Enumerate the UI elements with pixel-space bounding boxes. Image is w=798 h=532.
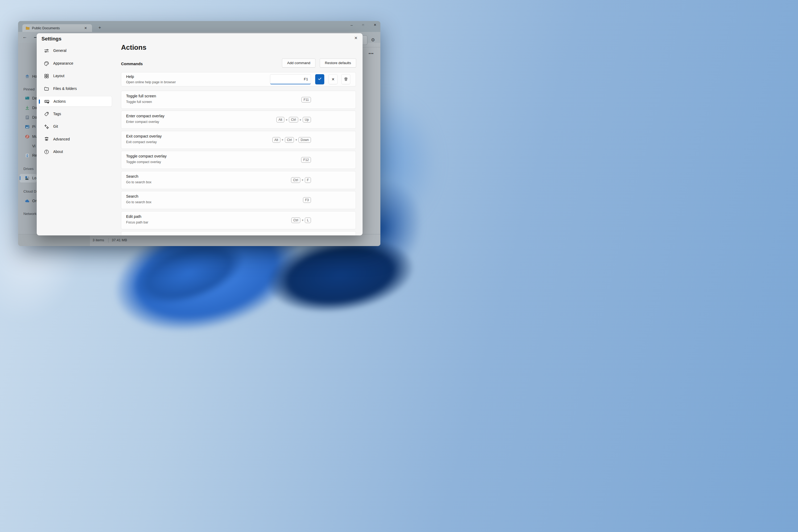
selected-indicator <box>39 99 40 104</box>
plus-separator: + <box>282 138 284 142</box>
settings-nav-layout[interactable]: Layout <box>39 71 112 81</box>
status-bar-panel <box>90 234 380 246</box>
settings-nav-label: General <box>53 49 66 53</box>
local-disk-icon <box>25 176 30 180</box>
downloads-icon <box>25 106 30 110</box>
status-bar: 3 items 37.41 MB <box>18 234 380 246</box>
plus-separator: + <box>302 218 304 222</box>
back-arrow-icon[interactable]: ← <box>22 34 27 40</box>
command-row[interactable]: Toggle full screenToggle full screenF11 <box>121 91 356 109</box>
ellipsis-icon[interactable]: ••• <box>369 51 374 55</box>
cancel-button[interactable]: ✕ <box>328 74 338 84</box>
key-chip: Alt <box>277 117 284 122</box>
sidebar-label: Network <box>23 212 37 216</box>
tab-public-documents[interactable]: Public Documents ✕ <box>22 24 92 32</box>
command-row[interactable]: Exit compact overlayExit compact overlay… <box>121 131 356 149</box>
sidebar-label: Do <box>32 106 37 110</box>
tab-close-icon[interactable]: ✕ <box>83 25 88 31</box>
key-chip: L <box>305 217 311 223</box>
settings-nav-actions[interactable]: Actions <box>39 96 112 107</box>
settings-nav-advanced[interactable]: Advanced <box>39 134 112 145</box>
delete-button[interactable] <box>341 74 350 84</box>
command-title: Enter compact overlay <box>126 114 165 118</box>
command-row[interactable]: SearchGo to search boxF3 <box>121 191 356 209</box>
search-box-edge[interactable] <box>363 35 367 45</box>
sidebar-label: Cloud Dr <box>23 189 37 193</box>
sidebar-item[interactable]: Ho <box>18 73 37 81</box>
command-row[interactable]: Enter compact overlayEnter compact overl… <box>121 111 356 129</box>
key-chip: F11 <box>301 97 311 102</box>
settings-nav-appearance[interactable]: Appearance <box>39 58 112 69</box>
close-icon: ✕ <box>331 77 335 81</box>
command-row[interactable]: SearchGo to search boxCtrl+F <box>121 171 356 189</box>
plus-separator: + <box>302 178 304 182</box>
files-sidebar: HoPinnedDeDoDoPiMuViReDrivesLoCloud DrOn… <box>18 65 37 222</box>
check-icon <box>318 77 322 82</box>
videos-icon <box>25 144 30 148</box>
key-chip: Ctrl <box>291 217 301 223</box>
maximize-button[interactable]: □ <box>359 22 367 28</box>
section-title: Commands <box>121 61 143 66</box>
desktop-icon <box>25 96 30 100</box>
sidebar-section-label: Drives <box>18 165 37 173</box>
key-chip: F3 <box>303 197 311 203</box>
onedrive-icon <box>25 199 30 203</box>
gear-icon[interactable]: ⚙ <box>370 37 376 43</box>
dialog-close-icon[interactable]: ✕ <box>352 35 360 41</box>
documents-icon <box>25 115 30 120</box>
sidebar-item[interactable]: De <box>18 94 37 102</box>
sidebar-item[interactable]: Vi <box>18 142 37 150</box>
sidebar-label: Lo <box>32 176 36 180</box>
command-row-partial <box>121 231 356 235</box>
settings-nav-git[interactable]: Git <box>39 121 112 132</box>
key-chip: Alt <box>272 137 280 142</box>
command-title: Search <box>126 194 138 198</box>
sidebar-item[interactable]: On <box>18 197 37 205</box>
command-description: Open online help page in browser <box>126 80 176 84</box>
home-icon <box>25 74 30 79</box>
settings-nav-general[interactable]: General <box>39 45 112 56</box>
hearts-icon <box>44 137 49 142</box>
new-tab-button[interactable]: + <box>97 25 103 31</box>
command-row[interactable]: Toggle compact overlayToggle compact ove… <box>121 151 356 169</box>
settings-nav-tags[interactable]: Tags <box>39 109 112 119</box>
command-description: Focus path bar <box>126 221 148 224</box>
key-chip: Up <box>303 117 311 122</box>
sidebar-label: Re <box>32 153 37 157</box>
command-description: Exit compact overlay <box>126 140 157 144</box>
sidebar-item[interactable]: Do <box>18 104 37 112</box>
sidebar-item[interactable]: Mu <box>18 133 37 141</box>
restore-defaults-button[interactable]: Restore defaults <box>320 58 356 68</box>
command-row-editing[interactable]: Help Open online help page in browser ✕ <box>121 72 356 87</box>
sidebar-label: Drives <box>23 167 34 171</box>
sidebar-label: On <box>32 199 37 203</box>
settings-nav-about[interactable]: About <box>39 147 112 157</box>
shortcut-keys: F11 <box>301 97 311 102</box>
keyboard-gear-icon <box>44 99 50 104</box>
command-title: Help <box>126 75 134 79</box>
sidebar-section-label: Pinned <box>18 86 37 94</box>
sidebar-item[interactable]: Pi <box>18 123 37 131</box>
command-description: Enter compact overlay <box>126 120 159 124</box>
info-icon <box>44 149 49 155</box>
sidebar-label: Vi <box>32 144 35 148</box>
key-chip: Ctrl <box>285 137 294 142</box>
window-close-button[interactable]: ✕ <box>371 22 379 28</box>
add-command-button[interactable]: Add command <box>282 58 316 68</box>
sidebar-item[interactable]: Re <box>18 152 37 159</box>
shortcut-keys: Alt+Ctrl+Up <box>277 117 311 122</box>
key-chip: F12 <box>301 157 311 163</box>
command-title: Exit compact overlay <box>126 134 162 138</box>
settings-nav-label: About <box>53 150 63 154</box>
command-description: Toggle full screen <box>126 100 152 104</box>
shortcut-input[interactable] <box>270 74 311 84</box>
dialog-title: Settings <box>41 36 61 42</box>
minimize-button[interactable]: – <box>348 22 355 28</box>
confirm-button[interactable] <box>315 74 324 84</box>
sidebar-item[interactable]: Lo <box>18 174 37 182</box>
command-row[interactable]: Edit pathFocus path barCtrl+L <box>121 211 356 229</box>
plus-separator: + <box>286 118 288 121</box>
command-title: Toggle compact overlay <box>126 154 167 158</box>
sidebar-item[interactable]: Do <box>18 114 37 121</box>
settings-nav-files-folders[interactable]: Files & folders <box>39 83 112 94</box>
